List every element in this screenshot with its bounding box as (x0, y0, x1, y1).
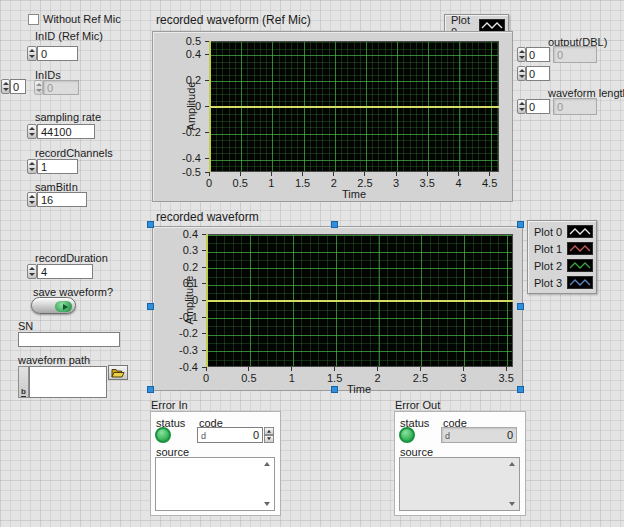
chevron-up-icon[interactable] (264, 462, 270, 466)
x-tick-label: 4.5 (482, 177, 497, 189)
x-tick-label: 1 (289, 372, 295, 384)
y-tick-label: -0.4 (182, 152, 201, 164)
graph-legend-recorded: Plot 0Plot 1Plot 2Plot 3 (527, 220, 597, 294)
y-tick-label: 0.4 (186, 48, 201, 60)
sam-bit-in-field[interactable]: 16 (37, 192, 87, 207)
y-tick-label: -0.2 (179, 327, 198, 339)
waveform-path-label: waveform path (18, 354, 90, 366)
x-tick-label: 2.5 (357, 177, 372, 189)
browse-button[interactable] (108, 365, 128, 380)
error-in-code-field[interactable]: d 0 (197, 427, 263, 443)
x-tick-label: 3.5 (498, 372, 513, 384)
sampling-rate-field[interactable]: 44100 (37, 124, 95, 139)
chevron-down-icon (509, 502, 515, 506)
x-tick (209, 172, 210, 176)
legend-item[interactable]: Plot 2 (531, 257, 593, 274)
y-tick-label: -0.1 (179, 311, 198, 323)
waveform-zigzag-icon (567, 225, 593, 238)
selection-handle[interactable] (517, 221, 524, 228)
y-tick-label: -0.3 (179, 344, 198, 356)
x-tick-label: 0.5 (241, 372, 256, 384)
x-tick-label: 4 (455, 177, 461, 189)
legend-item[interactable]: Plot 3 (531, 274, 593, 291)
labview-front-panel: { "left_panel": { "without_ref_mic_label… (0, 0, 624, 527)
sam-bit-in-spinner[interactable] (27, 192, 37, 207)
selection-handle[interactable] (517, 386, 524, 393)
error-out-code-field: d 0 (441, 427, 517, 443)
waveform-zigzag-icon (567, 276, 593, 289)
chevron-down-icon[interactable] (264, 502, 270, 506)
y-tick-label: 0.2 (183, 261, 198, 273)
record-duration-spinner[interactable] (27, 264, 37, 279)
x-tick-label: 3.5 (420, 177, 435, 189)
sampling-rate-spinner[interactable] (27, 124, 37, 139)
x-tick (364, 172, 365, 176)
inids-element-spinner (34, 80, 43, 95)
without-ref-mic-label: Without Ref Mic (43, 13, 121, 25)
waveform-trace (209, 106, 499, 108)
record-duration-field[interactable]: 4 (37, 264, 93, 279)
selection-handle[interactable] (517, 303, 524, 310)
x-tick-label: 0.5 (233, 177, 248, 189)
inid-spinner[interactable] (27, 46, 37, 61)
y-tick-label: -0.2 (182, 126, 201, 138)
without-ref-mic-checkbox[interactable] (28, 14, 39, 25)
error-in-code-spinner[interactable] (264, 427, 274, 443)
legend-item[interactable]: Plot 1 (531, 240, 593, 257)
x-tick-label: 3 (460, 372, 466, 384)
x-tick (271, 172, 272, 176)
y-tick-label: -0.5 (182, 166, 201, 178)
inids-index-spinner[interactable] (1, 79, 10, 94)
y-tick-label: 0.4 (183, 228, 198, 240)
output-dbl-index1-spinner[interactable] (517, 47, 526, 62)
spin-down-icon[interactable] (264, 435, 274, 443)
output-dbl-index2-spinner[interactable] (517, 66, 526, 81)
sn-field[interactable] (18, 332, 120, 347)
y-tick-label: 0 (195, 100, 201, 112)
waveform-length-index-spinner[interactable] (517, 99, 526, 114)
x-tick-label: 0 (206, 177, 212, 189)
x-tick-label: 1.5 (295, 177, 310, 189)
selection-handle[interactable] (147, 386, 154, 393)
x-tick (463, 367, 464, 371)
record-channels-field[interactable]: 1 (37, 159, 78, 174)
selection-handle[interactable] (147, 303, 154, 310)
legend-label: Plot 3 (531, 277, 567, 289)
waveform-zigzag-icon (567, 242, 593, 255)
inid-field[interactable]: 0 (37, 46, 78, 61)
output-dbl-index2-field[interactable]: 0 (526, 66, 550, 81)
x-tick-label: 2 (374, 372, 380, 384)
spin-up-icon[interactable] (264, 427, 274, 435)
waveform-path-field[interactable] (29, 366, 107, 398)
x-tick (377, 367, 378, 371)
selection-handle[interactable] (331, 386, 338, 393)
legend-label: Plot 0 (531, 226, 567, 238)
error-out-source-field (399, 457, 520, 511)
error-in-status-led[interactable] (155, 427, 171, 443)
x-tick (396, 172, 397, 176)
waveform-graph-recorded: Amplitude Time 00.511.522.533.50.40.30.2… (152, 226, 523, 391)
x-tick-label: 0 (203, 372, 209, 384)
waveform-zigzag-icon (567, 259, 593, 272)
x-tick (333, 172, 334, 176)
legend-item[interactable]: Plot 0 (531, 223, 593, 240)
inids-element-field: 0 (43, 80, 79, 95)
x-tick (206, 367, 207, 371)
y-tick-label: 0.1 (183, 277, 198, 289)
radix-indicator: d (201, 431, 206, 442)
x-tick (458, 172, 459, 176)
record-duration-label: recordDuration (35, 252, 108, 264)
error-in-source-field[interactable] (155, 457, 275, 511)
record-channels-spinner[interactable] (27, 159, 37, 174)
output-dbl-index1-field[interactable]: 0 (526, 47, 550, 62)
x-tick-label: 1 (268, 177, 274, 189)
waveform-length-index-field[interactable]: 0 (526, 99, 550, 114)
x-axis-label: Time (347, 383, 371, 395)
inids-index-field[interactable]: 0 (10, 79, 26, 94)
x-tick-label: 1.5 (327, 372, 342, 384)
graph-title-recorded: recorded waveform (156, 210, 259, 224)
save-waveform-button[interactable] (31, 297, 76, 314)
selection-handle[interactable] (331, 221, 338, 228)
selection-handle[interactable] (147, 221, 154, 228)
output-dbl-element-field: 0 (553, 46, 597, 63)
